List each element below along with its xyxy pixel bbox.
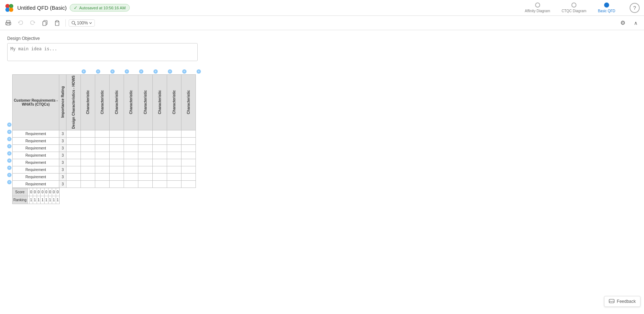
- add-row-3-button[interactable]: +: [7, 143, 12, 150]
- char-cell-1-2[interactable]: [110, 138, 124, 145]
- char-cell-7-7[interactable]: [181, 181, 196, 188]
- char-cell-2-5[interactable]: [153, 145, 167, 152]
- char-cell-2-7[interactable]: [181, 145, 196, 152]
- char-cell-2-4[interactable]: [138, 145, 153, 152]
- collapse-button[interactable]: ∧: [630, 18, 641, 28]
- add-row-icon[interactable]: +: [7, 166, 12, 170]
- design-objective-input[interactable]: [7, 43, 198, 61]
- req-cell-5[interactable]: Requirement: [13, 166, 59, 174]
- add-row-icon[interactable]: +: [7, 151, 12, 156]
- settings-button[interactable]: ⚙: [617, 18, 628, 28]
- char-cell-5-5[interactable]: [153, 166, 167, 174]
- char-cell-6-6[interactable]: [167, 174, 181, 181]
- char-cell-0-5[interactable]: [153, 130, 167, 138]
- add-row-icon[interactable]: +: [7, 158, 12, 163]
- char-cell-0-6[interactable]: [167, 130, 181, 138]
- char-cell-4-4[interactable]: [138, 159, 153, 166]
- char-cell-5-2[interactable]: [110, 166, 124, 174]
- nav-step-affinity[interactable]: Affinity Diagram: [525, 3, 550, 13]
- rating-cell-3[interactable]: 3: [59, 152, 66, 159]
- rating-cell-2[interactable]: 3: [59, 145, 66, 152]
- nav-step-ctqc[interactable]: CTQC Diagram: [562, 3, 586, 13]
- req-cell-0[interactable]: Requirement: [13, 130, 59, 138]
- char-cell-0-2[interactable]: [110, 130, 124, 138]
- char-cell-4-6[interactable]: [167, 159, 181, 166]
- add-row-0-button[interactable]: +: [7, 121, 12, 128]
- add-col-0-button[interactable]: +: [91, 69, 105, 74]
- copy-button[interactable]: [40, 18, 50, 28]
- add-col-icon[interactable]: +: [153, 69, 158, 74]
- add-col-dc-icon[interactable]: +: [82, 69, 86, 74]
- rating-cell-0[interactable]: 3: [59, 130, 66, 138]
- char-cell-1-4[interactable]: [138, 138, 153, 145]
- char-cell-4-5[interactable]: [153, 159, 167, 166]
- add-row-icon[interactable]: +: [7, 137, 12, 141]
- add-row-2-button[interactable]: +: [7, 135, 12, 143]
- char-cell-6-0[interactable]: [81, 174, 95, 181]
- add-col-icon[interactable]: +: [139, 69, 143, 74]
- rating-cell-4[interactable]: 3: [59, 159, 66, 166]
- char-cell-6-2[interactable]: [110, 174, 124, 181]
- char-cell-7-6[interactable]: [167, 181, 181, 188]
- char-cell-1-0[interactable]: [81, 138, 95, 145]
- char-cell-4-2[interactable]: [110, 159, 124, 166]
- char-cell-1-1[interactable]: [95, 138, 110, 145]
- add-col-4-button[interactable]: +: [148, 69, 163, 74]
- help-button[interactable]: ?: [630, 3, 640, 13]
- char-cell-3-0[interactable]: [81, 152, 95, 159]
- char-cell-6-7[interactable]: [181, 174, 196, 181]
- add-row-icon[interactable]: +: [7, 130, 12, 134]
- add-row-icon[interactable]: +: [7, 173, 12, 177]
- char-cell-2-1[interactable]: [95, 145, 110, 152]
- add-col-5-button[interactable]: +: [163, 69, 177, 74]
- char-cell-1-6[interactable]: [167, 138, 181, 145]
- char-cell-3-5[interactable]: [153, 152, 167, 159]
- add-row-5-button[interactable]: +: [7, 157, 12, 164]
- char-cell-2-6[interactable]: [167, 145, 181, 152]
- add-col-icon[interactable]: +: [168, 69, 172, 74]
- char-cell-7-1[interactable]: [95, 181, 110, 188]
- add-col-7-button[interactable]: +: [192, 69, 206, 74]
- print-button[interactable]: [3, 18, 14, 28]
- char-cell-3-4[interactable]: [138, 152, 153, 159]
- char-cell-0-4[interactable]: [138, 130, 153, 138]
- add-row-7-button[interactable]: +: [7, 171, 12, 179]
- char-cell-1-5[interactable]: [153, 138, 167, 145]
- char-cell-4-7[interactable]: [181, 159, 196, 166]
- char-cell-3-7[interactable]: [181, 152, 196, 159]
- char-cell-3-6[interactable]: [167, 152, 181, 159]
- char-cell-6-5[interactable]: [153, 174, 167, 181]
- req-cell-2[interactable]: Requirement: [13, 145, 59, 152]
- req-cell-6[interactable]: Requirement: [13, 174, 59, 181]
- char-cell-1-7[interactable]: [181, 138, 196, 145]
- char-cell-3-2[interactable]: [110, 152, 124, 159]
- char-cell-6-3[interactable]: [124, 174, 138, 181]
- add-row-last-button[interactable]: +: [7, 179, 12, 186]
- char-cell-3-3[interactable]: [124, 152, 138, 159]
- add-row-last-icon[interactable]: +: [7, 180, 12, 184]
- rating-cell-7[interactable]: 3: [59, 181, 66, 188]
- undo-button[interactable]: [15, 18, 26, 28]
- add-col-icon[interactable]: +: [182, 69, 187, 74]
- char-cell-5-1[interactable]: [95, 166, 110, 174]
- char-cell-7-5[interactable]: [153, 181, 167, 188]
- zoom-control[interactable]: 100%: [69, 19, 95, 27]
- char-cell-4-0[interactable]: [81, 159, 95, 166]
- add-col-icon[interactable]: +: [96, 69, 100, 74]
- char-cell-4-3[interactable]: [124, 159, 138, 166]
- char-cell-0-1[interactable]: [95, 130, 110, 138]
- char-cell-5-3[interactable]: [124, 166, 138, 174]
- char-cell-2-3[interactable]: [124, 145, 138, 152]
- char-cell-5-0[interactable]: [81, 166, 95, 174]
- char-cell-5-7[interactable]: [181, 166, 196, 174]
- rating-cell-1[interactable]: 3: [59, 138, 66, 145]
- rating-cell-5[interactable]: 3: [59, 166, 66, 174]
- add-col-icon[interactable]: +: [197, 69, 201, 74]
- add-col-6-button[interactable]: +: [177, 69, 192, 74]
- add-col-2-button[interactable]: +: [120, 69, 134, 74]
- char-cell-6-1[interactable]: [95, 174, 110, 181]
- char-cell-5-6[interactable]: [167, 166, 181, 174]
- char-cell-6-4[interactable]: [138, 174, 153, 181]
- char-cell-7-4[interactable]: [138, 181, 153, 188]
- redo-button[interactable]: [27, 18, 38, 28]
